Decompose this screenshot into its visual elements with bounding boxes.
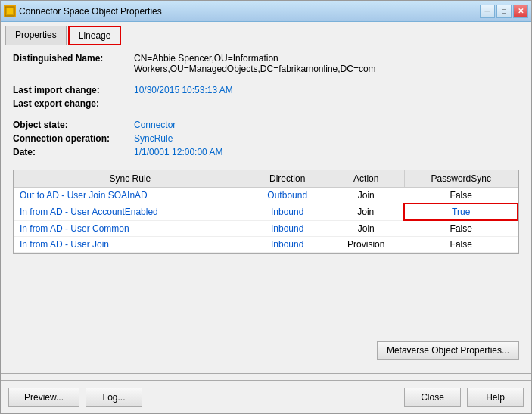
col-header-password-sync: PasswordSync	[404, 170, 518, 188]
action-cell: Join	[328, 220, 404, 237]
date-label: Date:	[13, 147, 134, 157]
bottom-section: Metaverse Object Properties...	[1, 337, 531, 367]
log-button[interactable]: Log...	[86, 388, 142, 407]
help-button[interactable]: Help	[467, 388, 524, 407]
distinguished-name-value: CN=Abbie Spencer,OU=Information Workers,…	[134, 53, 519, 74]
title-bar-buttons: ─ □ ✕	[480, 5, 528, 18]
table-header-row: Sync Rule Direction Action PasswordSync	[14, 170, 518, 188]
maximize-button[interactable]: □	[496, 5, 512, 18]
direction-cell: Inbound	[247, 204, 328, 220]
col-header-direction: Direction	[247, 170, 328, 188]
sync-rules-table-container: Sync Rule Direction Action PasswordSync …	[13, 170, 519, 254]
last-import-value: 10/30/2015 10:53:13 AM	[134, 85, 519, 95]
close-window-button[interactable]: ✕	[513, 5, 528, 18]
tab-bar: Properties Lineage	[1, 22, 531, 45]
table-row: In from AD - User CommonInboundJoinFalse	[14, 220, 518, 237]
table-row: Out to AD - User Join SOAInADOutboundJoi…	[14, 188, 518, 204]
table-row: In from AD - User JoinInboundProvisionFa…	[14, 237, 518, 253]
col-header-sync-rule: Sync Rule	[14, 170, 247, 188]
sync-rule-cell: Out to AD - User Join SOAInAD	[14, 188, 247, 204]
metaverse-object-properties-button[interactable]: Metaverse Object Properties...	[377, 341, 519, 360]
connection-operation-label: Connection operation:	[13, 133, 134, 144]
svg-rect-1	[7, 8, 13, 14]
table-row: In from AD - User AccountEnabledInboundJ…	[14, 204, 518, 220]
footer-separator	[1, 373, 531, 374]
footer: Preview... Log... Close Help	[1, 380, 531, 413]
sync-rule-cell: In from AD - User Common	[14, 220, 247, 237]
col-header-action: Action	[328, 170, 404, 188]
last-export-label: Last export change:	[13, 98, 134, 109]
footer-left-buttons: Preview... Log...	[8, 388, 142, 407]
password-sync-cell: False	[404, 237, 518, 253]
distinguished-name-label: Distinguished Name:	[13, 53, 134, 64]
direction-cell: Inbound	[247, 220, 328, 237]
password-sync-cell: False	[404, 220, 518, 237]
sync-rule-cell: In from AD - User AccountEnabled	[14, 204, 247, 220]
window-title: Connector Space Object Properties	[19, 6, 162, 17]
object-state-value: Connector	[134, 120, 519, 130]
last-import-row: Last import change: 10/30/2015 10:53:13 …	[13, 85, 519, 95]
action-cell: Provision	[328, 237, 404, 253]
password-sync-cell: False	[404, 188, 518, 204]
direction-cell: Inbound	[247, 237, 328, 253]
tab-lineage[interactable]: Lineage	[68, 26, 122, 45]
sync-rule-cell: In from AD - User Join	[14, 237, 247, 253]
connection-operation-row: Connection operation: SyncRule	[13, 133, 519, 144]
date-value: 1/1/0001 12:00:00 AM	[134, 147, 519, 157]
password-sync-cell: True	[404, 204, 518, 220]
title-bar-left: Connector Space Object Properties	[4, 5, 162, 17]
last-import-label: Last import change:	[13, 85, 134, 95]
object-state-label: Object state:	[13, 120, 134, 130]
tab-properties[interactable]: Properties	[5, 26, 67, 45]
footer-right-buttons: Close Help	[404, 388, 524, 407]
date-row: Date: 1/1/0001 12:00:00 AM	[13, 147, 519, 157]
distinguished-name-row: Distinguished Name: CN=Abbie Spencer,OU=…	[13, 53, 519, 74]
object-state-row: Object state: Connector	[13, 120, 519, 130]
action-cell: Join	[328, 188, 404, 204]
main-window: Connector Space Object Properties ─ □ ✕ …	[0, 0, 532, 414]
minimize-button[interactable]: ─	[480, 5, 495, 18]
connection-operation-value: SyncRule	[134, 133, 519, 144]
app-icon	[4, 5, 16, 17]
main-content: Distinguished Name: CN=Abbie Spencer,OU=…	[1, 45, 531, 337]
sync-rules-table: Sync Rule Direction Action PasswordSync …	[14, 170, 518, 253]
preview-button[interactable]: Preview...	[8, 388, 79, 407]
action-cell: Join	[328, 204, 404, 220]
direction-cell: Outbound	[247, 188, 328, 204]
close-button[interactable]: Close	[404, 388, 461, 407]
title-bar: Connector Space Object Properties ─ □ ✕	[1, 1, 531, 22]
last-export-row: Last export change:	[13, 98, 519, 109]
